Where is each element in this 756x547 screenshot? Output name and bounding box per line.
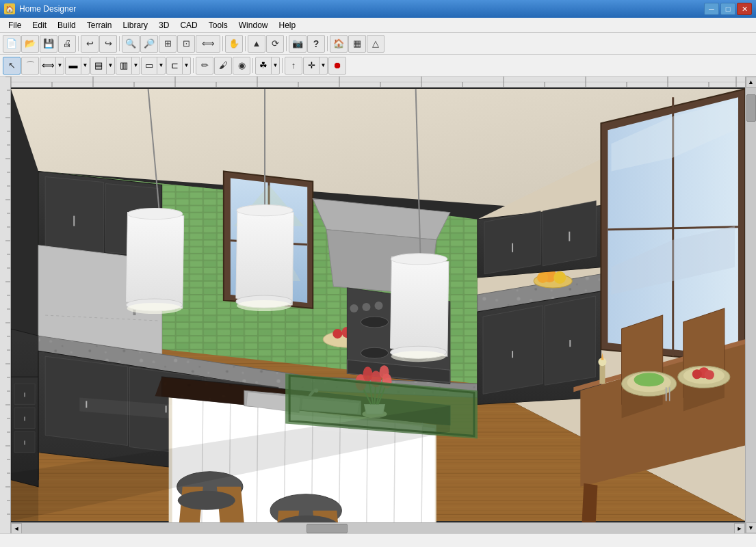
pen-tool[interactable]: ✏	[196, 57, 213, 75]
menu-edit[interactable]: Edit	[27, 19, 52, 31]
title-bar: 🏠 Home Designer ─ □ ✕	[0, 0, 756, 18]
separator-5	[286, 36, 287, 51]
svg-point-196	[127, 303, 181, 314]
horizontal-scroll-track[interactable]	[22, 523, 734, 533]
svg-point-111	[333, 329, 342, 338]
close-button[interactable]: ✕	[737, 3, 752, 15]
menu-library[interactable]: Library	[117, 19, 153, 31]
svg-rect-224	[599, 363, 605, 384]
svg-point-201	[237, 300, 291, 311]
menu-terrain[interactable]: Terrain	[81, 19, 118, 31]
menu-3d[interactable]: 3D	[153, 19, 174, 31]
fixture-tool-dd[interactable]: ⊏ ▼	[166, 57, 191, 75]
separator-1	[78, 36, 79, 51]
minimize-button[interactable]: ─	[704, 3, 719, 15]
new-button[interactable]: 📄	[3, 35, 21, 53]
svg-point-127	[362, 303, 370, 311]
fit-button[interactable]: ⟺	[196, 35, 220, 53]
save-button[interactable]: 💾	[40, 35, 57, 53]
toolbar-2: ↖ ⌒ ⟺ ▼ ▬ ▼ ▤ ▼ ▥ ▼ ▭ ▼ ⊏ ▼ ✏ 🖌 ◉ ☘ ▼ ↑ …	[0, 55, 756, 77]
svg-marker-198	[236, 209, 294, 305]
scroll-down-button[interactable]: ▼	[746, 522, 757, 533]
svg-marker-132	[483, 306, 543, 394]
dimension-dropdown-arrow: ▼	[55, 57, 64, 74]
app-icon: 🏠	[4, 3, 15, 14]
vertical-scroll-thumb[interactable]	[746, 94, 756, 122]
horizontal-scrollbar: ◄ ►	[11, 522, 745, 533]
svg-point-179	[380, 365, 389, 379]
appliance-dropdown-arrow: ▼	[131, 57, 140, 74]
svg-point-199	[237, 205, 293, 216]
floor-plan-button[interactable]: ▦	[348, 35, 366, 53]
svg-point-122	[361, 317, 388, 328]
open-button[interactable]: 📂	[21, 35, 39, 53]
svg-point-138	[553, 271, 566, 284]
svg-point-220	[692, 369, 702, 379]
record-button[interactable]: ⏺	[328, 57, 346, 75]
menu-file[interactable]: File	[3, 19, 27, 31]
door-tool-dd[interactable]: ▭ ▼	[141, 57, 166, 75]
wall-icon: ▬	[66, 57, 81, 74]
maximize-button[interactable]: □	[720, 3, 735, 15]
zoom-out-button[interactable]: 🔎	[140, 35, 158, 53]
redo-button[interactable]: ↪	[99, 35, 117, 53]
exterior-view-button[interactable]: 🏠	[330, 35, 348, 53]
transform-tool-dd[interactable]: ✛ ▼	[303, 57, 328, 75]
appliance-icon: ▥	[116, 57, 131, 74]
kitchen-render	[11, 88, 745, 522]
separator-t2-3	[282, 58, 283, 73]
material-tool[interactable]: ◉	[233, 57, 250, 75]
zoom-full-button[interactable]: ⊡	[177, 35, 195, 53]
camera-button[interactable]: 📷	[289, 35, 307, 53]
terrain-dropdown-arrow: ▼	[271, 57, 279, 74]
undo-button[interactable]: ↩	[81, 35, 99, 53]
pan-button[interactable]: ✋	[225, 35, 243, 53]
svg-marker-141	[484, 211, 540, 274]
menu-cad[interactable]: CAD	[174, 19, 203, 31]
door-dropdown-arrow: ▼	[157, 57, 165, 74]
3d-view[interactable]	[11, 88, 745, 522]
menu-help[interactable]: Help	[273, 19, 301, 31]
zoom-area-button[interactable]: ⊞	[159, 35, 177, 53]
scroll-right-button[interactable]: ►	[734, 523, 745, 534]
svg-marker-85	[45, 176, 103, 253]
help-button[interactable]: ?	[307, 35, 325, 53]
dimension-tool-dd[interactable]: ⟺ ▼	[40, 57, 64, 75]
transform-icon: ✛	[304, 57, 319, 74]
menu-tools[interactable]: Tools	[203, 19, 233, 31]
vertical-scroll-track[interactable]	[746, 88, 756, 522]
toolbar-1: 📄 📂 💾 🖨 ↩ ↪ 🔍 🔎 ⊞ ⊡ ⟺ ✋ ▲ ⟳ 📷 ? 🏠 ▦ △	[0, 33, 756, 55]
terrain-icon: ☘	[256, 57, 271, 74]
status-bar	[0, 533, 756, 547]
fixture-icon: ⊏	[167, 57, 182, 74]
separator-2	[119, 36, 120, 51]
main-area: ◄ ► ▲ ▼	[0, 77, 756, 533]
separator-4	[245, 36, 246, 51]
transform-dropdown-arrow: ▼	[319, 57, 327, 74]
draw-arc-tool[interactable]: ⌒	[21, 57, 39, 75]
wall-dropdown-arrow: ▼	[81, 57, 89, 74]
content-wrapper: ◄ ►	[11, 77, 745, 533]
horizontal-scroll-thumb[interactable]	[307, 524, 348, 533]
paint-tool[interactable]: 🖌	[214, 57, 232, 75]
roof-button[interactable]: △	[367, 35, 384, 53]
print-button[interactable]: 🖨	[58, 35, 76, 53]
scroll-left-button[interactable]: ◄	[11, 523, 22, 534]
menu-build[interactable]: Build	[52, 19, 81, 31]
cabinet-tool-dd[interactable]: ▤ ▼	[90, 57, 115, 75]
rotate-button[interactable]: ⟳	[266, 35, 284, 53]
wall-tool-dd[interactable]: ▬ ▼	[65, 57, 90, 75]
select-tool[interactable]: ↖	[3, 57, 21, 75]
window-controls: ─ □ ✕	[704, 3, 752, 15]
separator-t2-2	[252, 58, 253, 73]
appliance-tool-dd[interactable]: ▥ ▼	[116, 57, 140, 75]
title-text: Home Designer	[19, 4, 704, 14]
vertical-scrollbar: ▲ ▼	[745, 77, 756, 533]
zoom-in-button[interactable]: 🔍	[122, 35, 140, 53]
menu-window[interactable]: Window	[233, 19, 274, 31]
svg-point-206	[391, 351, 446, 362]
north-arrow[interactable]: ↑	[285, 57, 302, 75]
elevation-button[interactable]: ▲	[248, 35, 265, 53]
scroll-up-button[interactable]: ▲	[746, 77, 757, 88]
terrain-tool-dd[interactable]: ☘ ▼	[255, 57, 280, 75]
